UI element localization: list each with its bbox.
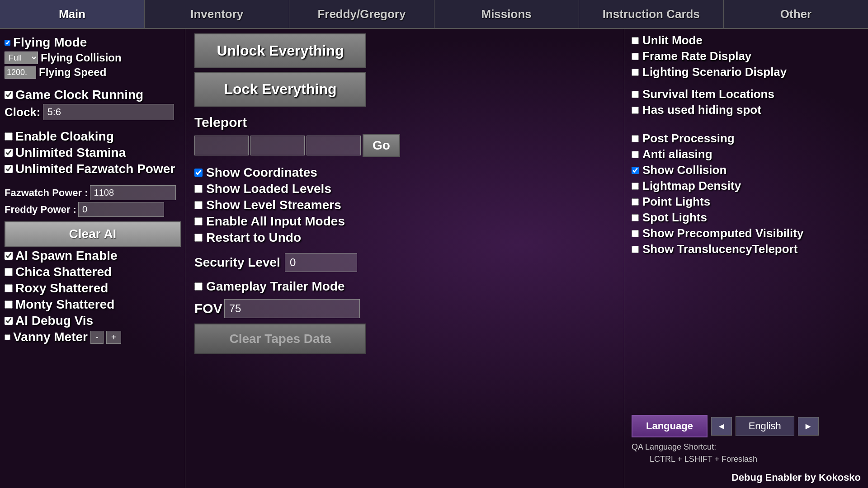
cloaking-row: Enable Cloaking (5, 129, 180, 144)
right-panel: Unlit Mode Frame Rate Display Lighting S… (624, 29, 868, 488)
teleport-y-input[interactable] (250, 136, 305, 155)
tab-missions[interactable]: Missions (434, 0, 579, 28)
enable-all-input-checkbox[interactable] (194, 217, 203, 225)
flying-collision-label: Flying Collision (41, 52, 122, 64)
flying-speed-label: Flying Speed (39, 66, 106, 79)
unlock-everything-button[interactable]: Unlock Everything (194, 33, 366, 68)
stamina-label: Unlimited Stamina (15, 145, 126, 160)
tab-instruction-cards[interactable]: Instruction Cards (579, 0, 724, 28)
show-streamers-label: Show Level Streamers (206, 198, 341, 212)
teleport-z-input[interactable] (307, 136, 361, 155)
teleport-x-input[interactable] (194, 136, 249, 155)
ai-spawn-row: AI Spawn Enable (5, 249, 180, 263)
language-button[interactable]: Language (632, 415, 708, 437)
survival-row: Survival Item Locations (632, 87, 861, 101)
flying-mode-checkbox[interactable] (5, 40, 10, 46)
spot-lights-checkbox[interactable] (632, 214, 639, 221)
show-levels-checkbox[interactable] (194, 185, 203, 193)
survival-checkbox[interactable] (632, 91, 639, 98)
gameplay-trailer-row: Gameplay Trailer Mode (194, 279, 615, 294)
tab-main[interactable]: Main (0, 0, 145, 28)
fov-label: FOV (194, 301, 222, 316)
fazwatch-power-row: Fazwatch Power : (5, 185, 180, 200)
show-levels-label: Show Loaded Levels (206, 182, 331, 196)
post-processing-checkbox[interactable] (632, 135, 639, 142)
restart-undo-checkbox[interactable] (194, 234, 203, 242)
unlit-checkbox[interactable] (632, 37, 639, 44)
lock-everything-button[interactable]: Lock Everything (194, 72, 366, 107)
tab-inventory[interactable]: Inventory (145, 0, 289, 28)
cloaking-checkbox[interactable] (5, 132, 13, 141)
survival-label: Survival Item Locations (642, 87, 774, 101)
freddy-power-label: Freddy Power : (5, 204, 76, 216)
enable-all-input-label: Enable All Input Modes (206, 214, 345, 229)
show-collision-checkbox[interactable] (632, 167, 639, 174)
language-left-arrow[interactable]: ◄ (711, 417, 732, 436)
teleport-go-button[interactable]: Go (363, 134, 400, 157)
game-clock-label: Game Clock Running (15, 88, 143, 102)
precomputed-label: Show Precomputed Visibility (642, 226, 803, 240)
fazwatch-row: Unlimited Fazwatch Power (5, 162, 180, 176)
ai-spawn-label: AI Spawn Enable (15, 249, 118, 263)
translucency-checkbox[interactable] (632, 246, 639, 253)
precomputed-checkbox[interactable] (632, 230, 639, 237)
teleport-section: Teleport Go (194, 115, 615, 157)
flying-collision-dropdown[interactable]: Full None (5, 52, 38, 64)
monty-row: Monty Shattered (5, 297, 180, 312)
lighting-checkbox[interactable] (632, 69, 639, 76)
spot-lights-row: Spot Lights (632, 211, 861, 225)
tab-freddy-gregory[interactable]: Freddy/Gregory (289, 0, 434, 28)
point-lights-row: Point Lights (632, 195, 861, 209)
anti-aliasing-row: Anti aliasing (632, 147, 861, 161)
gameplay-trailer-checkbox[interactable] (194, 282, 203, 291)
tab-other[interactable]: Other (724, 0, 868, 28)
security-row: Security Level (194, 253, 615, 272)
monty-label: Monty Shattered (15, 297, 114, 312)
flying-speed-input[interactable] (5, 66, 36, 79)
chica-checkbox[interactable] (5, 268, 13, 276)
vanny-label: Vanny Meter (13, 330, 88, 344)
fov-input[interactable] (224, 299, 360, 318)
language-right-arrow[interactable]: ► (798, 417, 819, 436)
lightmap-checkbox[interactable] (632, 183, 639, 190)
stamina-checkbox[interactable] (5, 149, 13, 157)
ai-debug-checkbox[interactable] (5, 317, 13, 325)
ai-debug-row: AI Debug Vis (5, 314, 180, 328)
framerate-checkbox[interactable] (632, 53, 639, 60)
show-collision-label: Show Collision (642, 163, 726, 177)
post-processing-row: Post Processing (632, 131, 861, 145)
framerate-label: Frame Rate Display (642, 49, 751, 63)
security-input[interactable] (285, 253, 357, 272)
clock-input[interactable] (43, 104, 174, 120)
unlit-label: Unlit Mode (642, 33, 703, 47)
hiding-checkbox[interactable] (632, 107, 639, 114)
stamina-row: Unlimited Stamina (5, 145, 180, 160)
vanny-plus-button[interactable]: + (106, 331, 122, 344)
post-processing-label: Post Processing (642, 131, 735, 145)
fazwatch-power-label: Fazwatch Power : (5, 187, 88, 199)
ai-spawn-checkbox[interactable] (5, 252, 13, 260)
roxy-checkbox[interactable] (5, 284, 13, 292)
fazwatch-checkbox[interactable] (5, 165, 13, 173)
flying-collision-row: Full None Flying Collision (5, 52, 180, 64)
game-clock-checkbox[interactable] (5, 91, 13, 99)
monty-checkbox[interactable] (5, 300, 13, 309)
vanny-checkbox[interactable] (5, 334, 10, 340)
clear-ai-button[interactable]: Clear AI (5, 221, 181, 247)
anti-aliasing-checkbox[interactable] (632, 151, 639, 158)
freddy-power-input[interactable] (78, 202, 164, 217)
chica-label: Chica Shattered (15, 265, 112, 279)
show-streamers-checkbox[interactable] (194, 201, 203, 209)
qa-shortcut-label: QA Language Shortcut: (632, 442, 716, 451)
vanny-minus-button[interactable]: - (90, 331, 104, 344)
chica-row: Chica Shattered (5, 265, 180, 279)
show-coords-checkbox[interactable] (194, 169, 203, 177)
left-panel: Flying Mode Full None Flying Collision F… (0, 29, 185, 488)
point-lights-checkbox[interactable] (632, 198, 639, 206)
lightmap-label: Lightmap Density (642, 179, 741, 193)
fov-row: FOV (194, 299, 615, 318)
fazwatch-power-input[interactable] (90, 185, 176, 200)
teleport-label: Teleport (194, 115, 615, 130)
restart-undo-row: Restart to Undo (194, 230, 615, 245)
clear-tapes-button[interactable]: Clear Tapes Data (194, 324, 366, 354)
